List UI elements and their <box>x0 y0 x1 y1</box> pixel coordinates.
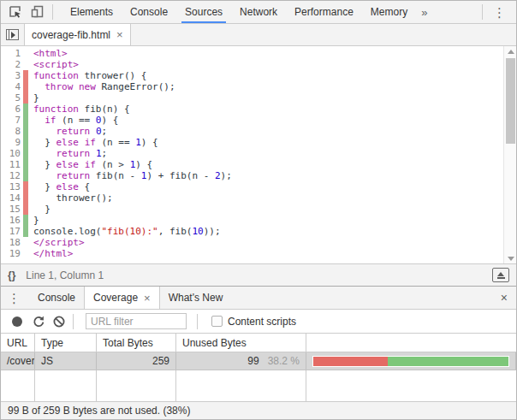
tab-memory[interactable]: Memory <box>362 1 416 23</box>
code-area[interactable]: 1<html>2<script>3function thrower() {4 t… <box>1 46 503 263</box>
expand-panel-button[interactable] <box>492 268 509 282</box>
usage-bar-cell <box>306 352 516 370</box>
total-bytes-cell: 259 <box>97 352 176 370</box>
column-header-usage-bar[interactable] <box>306 334 516 352</box>
code-line-1: 1<html> <box>1 48 503 59</box>
pretty-print-button[interactable]: {} <box>8 269 15 281</box>
coverage-marker-covered <box>23 226 28 237</box>
file-tab-close-icon[interactable]: × <box>116 28 123 41</box>
drawer-tab-coverage[interactable]: Coverage× <box>84 287 160 309</box>
empty-cell <box>97 370 176 401</box>
editor-status-bar: {} Line 1, Column 1 <box>1 263 516 286</box>
main-menu-button[interactable]: ⋮ <box>486 6 513 19</box>
code-text: } else if (n > 1) { <box>33 159 152 170</box>
drawer-tab-close-icon[interactable]: × <box>144 292 151 305</box>
coverage-marker-none <box>23 248 28 259</box>
scrollbar-up-arrow[interactable] <box>504 46 517 56</box>
drawer-tab-label: Console <box>38 292 75 304</box>
line-number: 10 <box>1 148 23 159</box>
file-tab-coverage-fib[interactable]: coverage-fib.html × <box>24 24 131 45</box>
coverage-marker-uncovered <box>23 81 28 92</box>
coverage-summary-text: 99 B of 259 B bytes are not used. (38%) <box>8 405 190 417</box>
line-number: 8 <box>1 126 23 137</box>
line-number: 15 <box>1 204 23 215</box>
code-line-13: 13 } else { <box>1 181 503 192</box>
inspect-element-button[interactable] <box>4 2 27 22</box>
type-cell: JS <box>35 352 97 370</box>
tab-elements[interactable]: Elements <box>62 1 122 23</box>
code-text: return 1; <box>33 148 107 159</box>
toggle-navigator-button[interactable] <box>1 24 24 45</box>
drawer-tab-what-s-new[interactable]: What's New <box>160 287 232 309</box>
empty-cell <box>35 370 97 401</box>
code-line-5: 5} <box>1 92 503 104</box>
tab-network[interactable]: Network <box>231 1 286 23</box>
column-header-total-bytes[interactable]: Total Bytes <box>97 334 176 352</box>
line-number: 19 <box>1 248 23 259</box>
editor-scrollbar[interactable] <box>503 46 516 263</box>
line-number: 11 <box>1 159 23 170</box>
tab-sources[interactable]: Sources <box>176 1 231 23</box>
line-number: 17 <box>1 226 23 237</box>
line-number: 5 <box>1 92 23 104</box>
coverage-table-body: /coverage-fib.htmlJS2599938.2 % <box>1 352 516 401</box>
coverage-marker-uncovered <box>23 70 28 81</box>
start-recording-button[interactable] <box>12 316 22 327</box>
toolbar-divider-right <box>482 4 483 20</box>
code-line-18: 18</script> <box>1 237 503 248</box>
scrollbar-thumb[interactable] <box>506 58 515 144</box>
code-text: console.log("fib(10):", fib(10)); <box>33 226 221 237</box>
content-scripts-checkbox[interactable] <box>211 316 223 327</box>
code-line-4: 4 throw new RangeError(); <box>1 81 503 92</box>
line-number: 2 <box>1 59 23 70</box>
source-editor: 1<html>2<script>3function thrower() {4 t… <box>1 46 516 263</box>
code-text: </script> <box>33 237 85 248</box>
navigator-panel-icon <box>6 29 19 40</box>
code-line-9: 9 } else if (n == 1) { <box>1 137 503 148</box>
code-line-16: 16} <box>1 215 503 226</box>
line-number: 18 <box>1 237 23 248</box>
url-filter-input[interactable] <box>86 313 187 329</box>
coverage-marker-covered <box>23 170 28 181</box>
drawer-tab-label: What's New <box>169 292 223 304</box>
column-header-unused-bytes[interactable]: Unused Bytes <box>176 334 306 352</box>
line-number: 13 <box>1 181 23 192</box>
line-number: 12 <box>1 170 23 181</box>
coverage-marker-covered <box>23 126 28 137</box>
content-scripts-label: Content scripts <box>228 316 296 328</box>
coverage-marker-covered <box>23 148 28 159</box>
coverage-marker-covered <box>23 215 28 226</box>
code-text: } <box>33 204 51 215</box>
column-header-url[interactable]: URL <box>1 334 35 352</box>
code-text: <html> <box>33 48 68 59</box>
code-line-3: 3function thrower() { <box>1 70 503 81</box>
clear-button[interactable] <box>49 312 69 331</box>
table-row[interactable]: /coverage-fib.htmlJS2599938.2 % <box>1 352 516 370</box>
line-number: 7 <box>1 115 23 126</box>
code-line-2: 2<script> <box>1 59 503 70</box>
scrollbar-down-arrow[interactable] <box>504 253 517 263</box>
coverage-marker-uncovered <box>23 204 28 215</box>
unused-bar-segment <box>313 357 388 366</box>
tab-performance[interactable]: Performance <box>286 1 362 23</box>
drawer-close-button[interactable]: × <box>492 287 516 309</box>
coverage-marker-covered <box>23 115 28 126</box>
toolbar-divider <box>52 4 53 20</box>
sources-file-tabbar: coverage-fib.html × <box>1 24 516 46</box>
column-header-type[interactable]: Type <box>35 334 97 352</box>
more-panels-button[interactable]: » <box>416 6 432 19</box>
reload-button[interactable] <box>28 312 49 331</box>
url-cell: /coverage-fib.html <box>1 352 35 370</box>
drawer-tab-console[interactable]: Console <box>29 287 84 309</box>
coverage-table-header[interactable]: URLTypeTotal BytesUnused Bytes <box>1 334 516 352</box>
code-text: } <box>33 215 39 226</box>
inspect-element-icon <box>9 5 22 19</box>
code-text: } <box>33 92 39 104</box>
code-text: return 0; <box>33 126 107 137</box>
tab-console[interactable]: Console <box>122 1 176 23</box>
drawer-tabbar: ⋮ ConsoleCoverage×What's New × <box>1 286 516 310</box>
drawer-menu-button[interactable]: ⋮ <box>1 287 29 309</box>
toggle-device-toolbar-button[interactable] <box>27 2 49 22</box>
unused-percent-value: 38.2 % <box>268 355 300 367</box>
code-text: return fib(n - 1) + fib(n - 2); <box>33 170 232 181</box>
